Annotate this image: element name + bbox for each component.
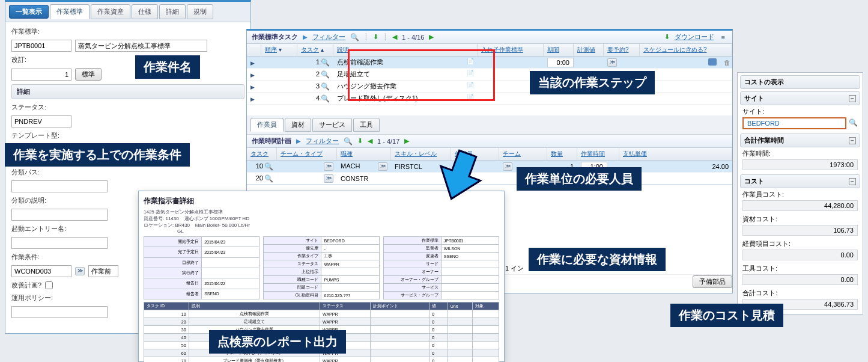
spare-parts-button[interactable]: 予備部品: [693, 275, 732, 288]
work-condition-label: 作業条件:: [11, 253, 40, 262]
report-block-right: 作業標準JPTB0001監督者WILSON変更者SSENOリードオーナーオーナー…: [383, 236, 499, 299]
list-view-button[interactable]: 一覧表示: [9, 5, 49, 19]
category-path-input[interactable]: [11, 180, 108, 192]
tab-work-standard[interactable]: 作業標準: [50, 4, 90, 19]
report-asset-no: 資産番号: 11430: [144, 216, 179, 221]
minus-icon[interactable]: −: [849, 178, 856, 185]
chevron-right-icon[interactable]: ≫: [607, 58, 617, 67]
kaizen-plan-checkbox[interactable]: [45, 281, 53, 289]
chevron-right-icon[interactable]: ≫: [378, 162, 387, 171]
work-standard-id-input[interactable]: [11, 40, 71, 52]
triangle-right-icon[interactable]: ▶: [250, 96, 255, 102]
arrow-right-icon[interactable]: ▶: [429, 33, 434, 41]
play-icon: ▶: [296, 138, 301, 144]
plan-filter-link[interactable]: フィルター: [306, 137, 339, 146]
pcol-qty[interactable]: 数量: [551, 150, 563, 157]
chevron-right-icon[interactable]: ≫: [75, 267, 85, 275]
pcol-skill[interactable]: スキル・レベル: [395, 150, 437, 157]
col-reserve[interactable]: 要予約?: [607, 46, 629, 53]
search-icon[interactable]: 🔍: [321, 70, 330, 79]
col-meas[interactable]: 計測値: [577, 46, 595, 53]
status-label: ステータス:: [11, 103, 46, 112]
col-dur[interactable]: 期間: [547, 46, 559, 53]
equals-icon[interactable]: ≡: [719, 34, 727, 41]
search-icon[interactable]: 🔍: [344, 137, 353, 146]
triangle-right-icon[interactable]: ▶: [250, 72, 255, 78]
search-icon[interactable]: 🔍: [264, 174, 273, 183]
plan-row[interactable]: 20🔍≫CONSTR: [247, 173, 732, 185]
tool-cost-label: 工具コスト:: [742, 265, 777, 272]
pcol-team-type[interactable]: チーム・タイプ: [281, 150, 323, 157]
hours-section-header[interactable]: 合計作業時間 −: [740, 133, 860, 147]
arrow-left-icon[interactable]: ◀: [392, 33, 397, 41]
callout-work-condition: 作業を実施する上での作業条件: [5, 143, 190, 167]
pcol-team[interactable]: チーム: [503, 150, 521, 157]
cost-head: コスト: [744, 177, 764, 186]
filter-link[interactable]: フィルター: [312, 32, 345, 41]
col-include[interactable]: スケジュールに含める?: [643, 46, 707, 53]
plan-row[interactable]: 10🔍≫MACH≫FIRSTCL≫11:0024.00: [247, 161, 732, 173]
category-desc-label: 分類の説明:: [11, 196, 46, 205]
col-order[interactable]: 順序: [265, 46, 277, 53]
minus-icon[interactable]: −: [849, 137, 856, 144]
arrow-down-blue-icon: [432, 149, 487, 203]
search-icon[interactable]: 🔍: [350, 33, 359, 41]
pcol-rate[interactable]: 支払単価: [623, 150, 647, 157]
tab-regulation[interactable]: 規制: [187, 4, 213, 19]
triangle-right-icon[interactable]: ▶: [250, 84, 255, 90]
trash-icon[interactable]: 🗑: [724, 59, 730, 66]
work-standard-name-input[interactable]: [75, 40, 207, 52]
callout-work-name: 作業件名: [135, 55, 200, 79]
start-entry-input[interactable]: [11, 237, 108, 249]
cost-view-header: コストの表示: [740, 75, 860, 89]
search-icon[interactable]: 🔍: [321, 94, 330, 103]
site-value[interactable]: BEDFORD: [742, 117, 846, 129]
subtab-tool[interactable]: 工具: [353, 118, 380, 132]
col-task[interactable]: タスク: [301, 46, 319, 53]
duration-value: 0:00: [547, 58, 574, 67]
callout-cost-estimate: 作業のコスト見積: [670, 304, 783, 327]
work-condition-input[interactable]: [11, 265, 71, 277]
standard-button[interactable]: 標準: [75, 68, 102, 81]
subtab-service[interactable]: サービス: [312, 118, 352, 132]
svg-marker-0: [432, 149, 487, 203]
task-order: 4: [316, 94, 320, 103]
arrow-down-green-icon[interactable]: ⬇: [373, 33, 378, 41]
pcol-task[interactable]: タスク: [250, 150, 269, 157]
category-desc-input[interactable]: [11, 209, 108, 221]
pcol-craft[interactable]: 職種: [341, 150, 353, 157]
arrow-down-green-icon[interactable]: ⬇: [357, 137, 363, 145]
operation-policy-input[interactable]: [11, 306, 108, 318]
minus-icon[interactable]: −: [849, 95, 856, 102]
work-condition-desc-input[interactable]: [88, 265, 118, 277]
tab-work-asset[interactable]: 作業資産: [91, 4, 130, 19]
subtab-crew[interactable]: 作業員: [250, 118, 284, 132]
arrow-left-icon[interactable]: ◀: [368, 137, 372, 145]
col-desc[interactable]: 説明: [337, 46, 349, 53]
arrow-right-icon[interactable]: ▶: [404, 137, 409, 145]
chevron-right-icon[interactable]: ≫: [324, 174, 333, 183]
report-asset-desc: 遠心ポンプ 100GPM/60FT HD: [184, 216, 249, 221]
hours-label: 作業時間:: [742, 150, 771, 157]
revision-input[interactable]: [11, 69, 71, 81]
subtab-material[interactable]: 資材: [285, 118, 311, 132]
expense-cost-label: 経費項目コスト:: [742, 240, 791, 247]
chevron-right-icon[interactable]: ≫: [324, 162, 333, 171]
tab-detail[interactable]: 詳細: [159, 4, 186, 19]
download-link[interactable]: ダウンロード: [675, 32, 714, 41]
search-icon[interactable]: 🔍: [264, 162, 273, 171]
triangle-right-icon[interactable]: ▶: [250, 60, 255, 66]
search-icon[interactable]: 🔍: [849, 118, 858, 127]
search-icon[interactable]: 🔍: [321, 82, 330, 91]
block-icon[interactable]: [708, 58, 717, 66]
cost-section-header[interactable]: コスト −: [740, 174, 860, 188]
pcol-hours[interactable]: 作業時間: [581, 150, 605, 157]
report-location: ロケーション: BR430: [144, 222, 190, 228]
site-section-header[interactable]: サイト −: [740, 91, 860, 105]
status-input[interactable]: [11, 115, 71, 127]
hours-value: 1973:00: [742, 159, 858, 170]
search-icon[interactable]: 🔍: [321, 58, 330, 67]
site-head: サイト: [744, 94, 764, 103]
tab-spec[interactable]: 仕様: [132, 4, 158, 19]
chevron-right-icon[interactable]: ≫: [503, 162, 512, 171]
